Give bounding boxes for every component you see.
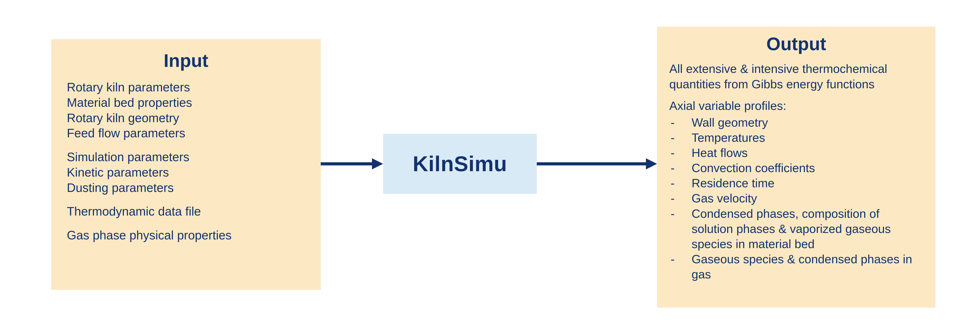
input-item: Material bed properties	[67, 95, 305, 110]
input-group-2: Simulation parameters Kinetic parameters…	[67, 149, 305, 195]
input-item: Gas phase physical properties	[67, 228, 305, 243]
input-group-4: Gas phase physical properties	[67, 228, 305, 243]
input-item: Feed flow parameters	[67, 126, 305, 141]
arrow-right-icon	[537, 156, 657, 172]
output-panel: Output All extensive & intensive thermoc…	[657, 27, 935, 308]
output-profile-item: Convection coefficients	[669, 160, 923, 175]
input-item: Rotary kiln geometry	[67, 110, 305, 126]
svg-marker-3	[646, 158, 657, 169]
input-group-1: Rotary kiln parameters Material bed prop…	[67, 80, 305, 141]
input-group-3: Thermodynamic data file	[67, 204, 305, 219]
output-profiles-heading: Axial variable profiles:	[669, 98, 923, 113]
output-profile-item: Gas velocity	[669, 191, 923, 206]
input-item: Thermodynamic data file	[67, 204, 305, 219]
output-profiles-list: Wall geometry Temperatures Heat flows Co…	[669, 115, 923, 282]
output-profile-item: Residence time	[669, 175, 923, 191]
input-item: Kinetic parameters	[67, 165, 305, 180]
output-title: Output	[669, 33, 923, 54]
input-item: Dusting parameters	[67, 180, 305, 196]
output-profile-item: Heat flows	[669, 145, 923, 160]
input-panel: Input Rotary kiln parameters Material be…	[51, 39, 321, 290]
center-node: KilnSimu	[383, 134, 537, 194]
output-paragraph: All extensive & intensive thermochemical…	[669, 61, 923, 92]
center-label: KilnSimu	[413, 152, 507, 176]
input-item: Simulation parameters	[67, 149, 305, 165]
input-title: Input	[67, 50, 305, 71]
output-profile-item: Condensed phases, composition of solutio…	[669, 206, 923, 251]
svg-marker-1	[372, 158, 383, 169]
output-profile-item: Gaseous species & condensed phases in ga…	[669, 251, 923, 282]
input-item: Rotary kiln parameters	[67, 80, 305, 95]
output-profile-item: Temperatures	[669, 130, 923, 145]
arrow-right-icon	[321, 156, 383, 172]
diagram-stage: Input Rotary kiln parameters Material be…	[0, 0, 980, 327]
output-profile-item: Wall geometry	[669, 115, 923, 130]
